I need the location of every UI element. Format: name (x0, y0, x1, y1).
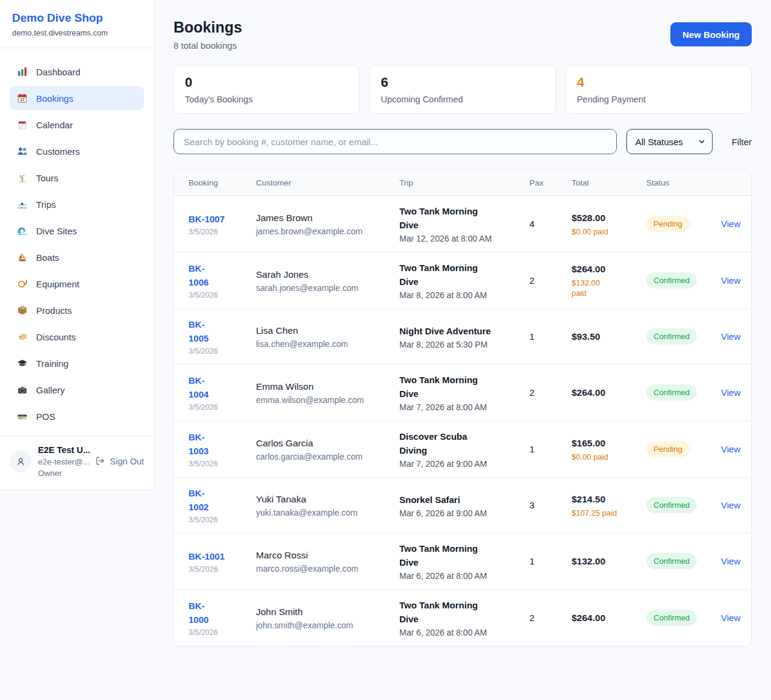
trip-name: Two Tank MorningDive (399, 542, 529, 569)
camera-flash-icon (17, 384, 28, 395)
view-link[interactable]: View (716, 444, 740, 454)
sidebar-item-dive-sites[interactable]: Dive Sites (10, 219, 144, 243)
booking-cell: BK-10033/5/2026 (189, 430, 256, 468)
booking-id-link[interactable]: BK-1004 (189, 373, 256, 401)
table-row: BK-10023/5/2026Yuki Tanakayuki.tanaka@ex… (174, 477, 751, 533)
status-filter-select[interactable]: All Statuses (626, 129, 713, 154)
sign-out-icon (95, 456, 106, 467)
trip-date: Mar 8, 2026 at 5:30 PM (399, 340, 529, 349)
booking-id-link[interactable]: BK-1006 (189, 261, 256, 289)
column-header-trip: Trip (399, 178, 529, 187)
booking-date: 3/5/2026 (189, 403, 256, 411)
total-amount: $264.00 (572, 611, 646, 624)
view-cell: View (716, 500, 740, 511)
total-amount: $264.00 (572, 263, 646, 275)
table-row: BK-10053/5/2026Lisa Chenlisa.chen@exampl… (174, 308, 751, 364)
booking-id-link[interactable]: BK-1001 (189, 549, 256, 563)
trip-name: Two Tank MorningDive (399, 261, 529, 289)
sidebar-item-discounts[interactable]: Discounts (10, 325, 144, 349)
stat-label: Pending Payment (577, 95, 740, 104)
user-email: e2e-tester@... (38, 457, 89, 467)
customer-email: sarah.jones@example.com (256, 283, 399, 293)
view-cell: View (716, 444, 740, 455)
booking-id-link[interactable]: BK-1005 (189, 317, 256, 345)
sidebar-item-customers[interactable]: Customers (10, 139, 144, 163)
table-row: BK-10043/5/2026Emma Wilsonemma.wilson@ex… (174, 364, 751, 420)
sidebar-item-pos[interactable]: POS (10, 404, 144, 428)
sidebar-item-products[interactable]: Products (10, 298, 144, 322)
status-badge: Pending (646, 441, 690, 457)
sidebar-item-label: Equipment (36, 279, 80, 289)
sidebar-item-calendar[interactable]: Calendar (10, 113, 144, 137)
status-badge: Confirmed (646, 272, 697, 289)
status-cell: Confirmed (646, 384, 716, 401)
bookings-table: BookingCustomerTripPaxTotalStatus BK-100… (173, 169, 752, 646)
sidebar-item-equipment[interactable]: Equipment (10, 272, 144, 296)
pax-count: 1 (529, 331, 572, 342)
view-link[interactable]: View (716, 275, 740, 286)
trip-name: Two Tank MorningDive (399, 373, 529, 401)
brand-title[interactable]: Demo Dive Shop (12, 10, 142, 25)
view-link[interactable]: View (716, 331, 740, 342)
new-booking-button[interactable]: New Booking (670, 22, 752, 46)
status-badge: Confirmed (646, 384, 697, 401)
filter-button[interactable]: Filter (732, 137, 752, 147)
booking-id-link[interactable]: BK-1003 (189, 430, 256, 458)
table-header-row: BookingCustomerTripPaxTotalStatus (174, 170, 751, 196)
trip-cell: Two Tank MorningDiveMar 6, 2026 at 8:00 … (399, 542, 529, 581)
view-link[interactable]: View (716, 219, 740, 229)
booking-id-link[interactable]: BK-1007 (189, 212, 256, 226)
sign-out-label: Sign Out (110, 457, 144, 466)
view-cell: View (716, 613, 740, 623)
sign-out-button[interactable]: Sign Out (95, 456, 144, 467)
customer-cell: James Brownjames.brown@example.com (256, 211, 399, 236)
total-cell: $528.00$0.00 paid (572, 211, 646, 237)
status-filter-value: All Statuses (635, 137, 683, 147)
sidebar-header: Demo Dive Shop demo.test.divestreams.com (0, 0, 154, 48)
user-name: E2E Test U... (38, 445, 89, 455)
pax-count: 2 (529, 275, 572, 286)
booking-id-link[interactable]: BK-1002 (189, 486, 256, 514)
sidebar-item-bookings[interactable]: 17Bookings (10, 86, 144, 110)
booking-cell: BK-10023/5/2026 (189, 486, 256, 524)
sidebar-item-boats[interactable]: Boats (10, 245, 144, 269)
page-title-block: Bookings 8 total bookings (173, 18, 242, 51)
trip-cell: Two Tank MorningDiveMar 6, 2026 at 8:00 … (399, 598, 529, 637)
status-cell: Confirmed (646, 610, 716, 626)
view-link[interactable]: View (716, 613, 740, 623)
sidebar-item-gallery[interactable]: Gallery (10, 378, 144, 402)
view-link[interactable]: View (716, 387, 740, 398)
sidebar-item-label: Training (36, 358, 69, 369)
table-row: BK-10003/5/2026John Smithjohn.smith@exam… (174, 589, 751, 646)
trip-name: Two Tank MorningDive (399, 598, 529, 626)
booking-date: 3/5/2026 (189, 460, 256, 468)
sidebar-item-label: Customers (36, 146, 80, 157)
table-row: BK-10073/5/2026James Brownjames.brown@ex… (174, 196, 751, 252)
total-cell: $93.50 (572, 330, 646, 343)
trip-date: Mar 6, 2026 at 8:00 AM (399, 628, 529, 637)
view-cell: View (716, 556, 740, 567)
trip-date: Mar 6, 2026 at 8:00 AM (399, 571, 529, 581)
total-amount: $93.50 (572, 330, 646, 343)
customer-cell: Sarah Jonessarah.jones@example.com (256, 268, 399, 293)
sidebar-item-dashboard[interactable]: Dashboard (10, 60, 144, 84)
search-input[interactable] (173, 129, 617, 154)
sidebar-item-label: Products (36, 305, 72, 316)
view-link[interactable]: View (716, 500, 740, 510)
trip-date: Mar 8, 2026 at 8:00 AM (399, 290, 529, 300)
status-cell: Pending (646, 441, 716, 457)
desert-island-icon (17, 172, 28, 183)
sidebar-nav: Dashboard17BookingsCalendarCustomersTour… (0, 48, 154, 436)
sidebar-item-training[interactable]: Training (10, 351, 144, 375)
customer-cell: Marco Rossimarco.rossi@example.com (256, 549, 399, 573)
view-link[interactable]: View (716, 556, 740, 566)
sidebar-item-tours[interactable]: Tours (10, 166, 144, 190)
booking-id-link[interactable]: BK-1000 (189, 599, 256, 627)
column-header-status: Status (646, 178, 716, 187)
person-icon (15, 456, 27, 467)
customer-email: emma.wilson@example.com (256, 395, 399, 405)
pax-count: 2 (529, 613, 572, 623)
view-cell: View (716, 219, 740, 230)
sidebar-item-trips[interactable]: Trips (10, 192, 144, 216)
controls-row: All Statuses Filter (173, 129, 752, 154)
